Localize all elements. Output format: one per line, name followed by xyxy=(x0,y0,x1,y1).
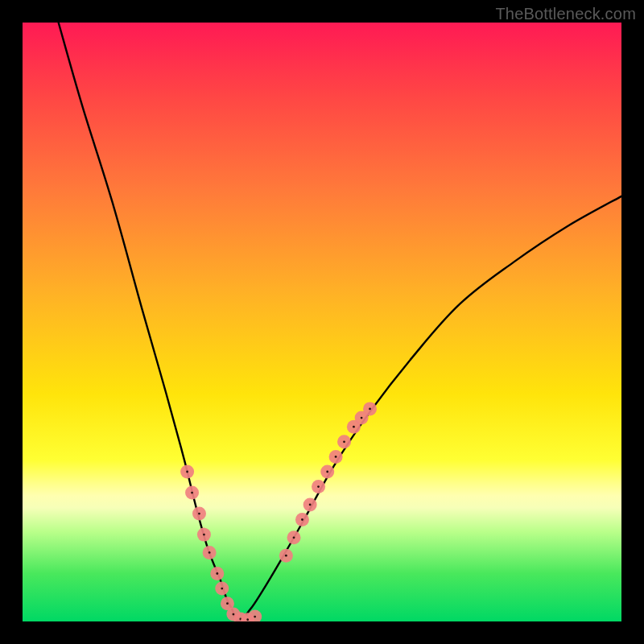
data-marker xyxy=(192,507,206,521)
data-marker-core xyxy=(216,572,218,575)
data-marker xyxy=(295,513,309,526)
data-marker xyxy=(241,613,254,621)
data-marker xyxy=(279,549,293,563)
data-marker-core xyxy=(246,618,249,621)
data-marker xyxy=(210,567,224,580)
data-marker xyxy=(215,582,229,596)
watermark-text: TheBottleneck.com xyxy=(495,5,636,23)
data-marker xyxy=(226,608,240,621)
data-marker xyxy=(312,480,325,493)
chart-frame: TheBottleneck.com xyxy=(0,0,644,644)
data-marker xyxy=(180,465,194,479)
data-marker-core xyxy=(309,504,312,506)
data-marker-core xyxy=(226,602,229,605)
data-marker-core xyxy=(203,534,205,536)
data-marker-core xyxy=(254,616,256,618)
data-marker xyxy=(355,411,369,425)
bottleneck-curve xyxy=(23,23,621,621)
data-marker xyxy=(347,420,361,434)
plot-area xyxy=(23,23,621,621)
data-marker xyxy=(287,530,301,544)
data-marker-core xyxy=(186,471,188,473)
data-marker-core xyxy=(361,417,363,419)
data-marker-core xyxy=(221,588,223,590)
data-marker xyxy=(337,435,351,448)
data-marker-core xyxy=(369,407,371,410)
data-marker xyxy=(203,546,217,559)
data-marker xyxy=(320,465,334,479)
data-marker xyxy=(233,613,247,621)
data-marker xyxy=(363,402,377,415)
data-marker xyxy=(329,450,343,464)
bottleneck-curve-path xyxy=(59,23,621,621)
data-marker-core xyxy=(301,518,303,521)
data-marker-core xyxy=(353,426,355,428)
data-marker-core xyxy=(232,613,234,616)
data-marker-core xyxy=(208,551,211,554)
data-marker xyxy=(197,528,211,542)
data-marker xyxy=(303,497,317,511)
data-marker-core xyxy=(317,485,320,488)
data-marker-core xyxy=(335,456,337,458)
data-marker-core xyxy=(198,513,200,515)
data-marker-core xyxy=(239,618,242,621)
data-marker-core xyxy=(343,440,345,443)
data-marker xyxy=(221,597,234,610)
data-marker xyxy=(185,486,199,500)
data-marker-core xyxy=(285,555,287,557)
data-marker xyxy=(248,610,262,621)
data-marker-core xyxy=(326,471,328,473)
data-marker-core xyxy=(293,536,295,539)
data-marker-core xyxy=(191,492,193,494)
